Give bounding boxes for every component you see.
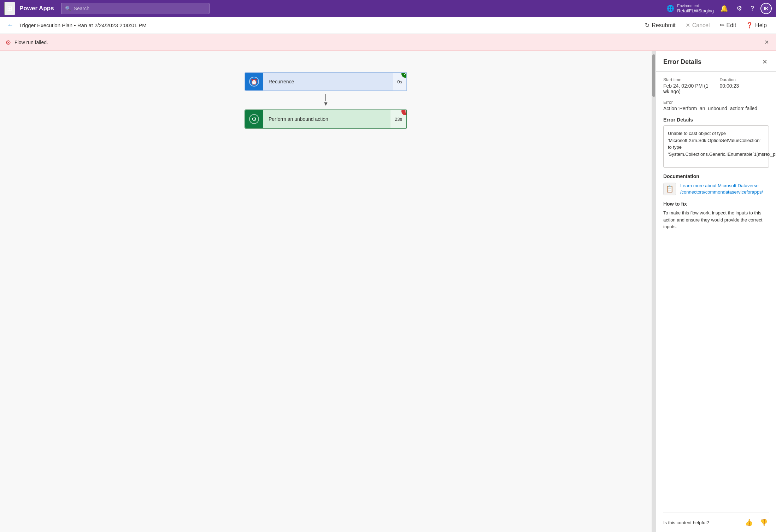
error-details-label: Error Details [663, 117, 769, 123]
cancel-icon: ✕ [686, 22, 690, 29]
page-title: Trigger Execution Plan • Ran at 2/24/202… [19, 22, 147, 28]
cancel-button[interactable]: ✕ Cancel [682, 20, 713, 31]
helpful-section: Is this content helpful? 👍 👎 [663, 513, 769, 532]
error-text-box: Unable to cast object of type 'Microsoft… [663, 125, 769, 168]
right-panel-title: Error Details [663, 58, 701, 66]
help-button[interactable]: ❓ Help [742, 20, 770, 31]
start-time-value: Feb 24, 02:00 PM (1 wk ago) [663, 83, 713, 94]
error-details-section: Error Details Unable to cast object of t… [663, 117, 769, 168]
edit-button[interactable]: ✏ Edit [716, 20, 740, 31]
settings-icon[interactable]: ⚙ [734, 2, 744, 14]
doc-link-text: Learn more about Microsoft Dataverse [680, 183, 763, 189]
helpful-text: Is this content helpful? [663, 520, 739, 525]
edit-icon: ✏ [720, 22, 724, 29]
thumbs-up-button[interactable]: 👍 [743, 517, 754, 528]
flow-nodes: ⏰ Recurrence 0s ✓ ▼ ⚙ Perform an unbou [234, 65, 418, 136]
topnav: ⊞ Power Apps 🔍 🌐 Environment RetailFLWSt… [0, 0, 776, 17]
thumbs-down-button[interactable]: 👎 [758, 517, 769, 528]
search-bar: 🔍 [61, 3, 210, 14]
notification-icon[interactable]: 🔔 [718, 2, 730, 14]
resubmit-icon: ↻ [645, 22, 649, 29]
start-time-col: Start time Feb 24, 02:00 PM (1 wk ago) [663, 77, 713, 94]
recurrence-label: Recurrence [263, 73, 393, 90]
grid-icon[interactable]: ⊞ [4, 2, 15, 15]
how-to-fix-text: To make this flow work, inspect the inpu… [663, 209, 769, 230]
back-button[interactable]: ← [6, 20, 15, 30]
documentation-section: Documentation 📋 Learn more about Microso… [663, 173, 769, 195]
app-logo: Power Apps [19, 5, 54, 12]
error-banner-close[interactable]: ✕ [763, 37, 770, 47]
start-time-label: Start time [663, 77, 713, 82]
main-content: ⏰ Recurrence 0s ✓ ▼ ⚙ Perform an unbou [0, 51, 776, 532]
flow-arrow: ▼ [323, 94, 329, 107]
duration-value: 00:00:23 [720, 83, 769, 89]
search-icon: 🔍 [65, 6, 71, 11]
subheader-actions: ↻ Resubmit ✕ Cancel ✏ Edit ❓ Help [641, 20, 770, 31]
avatar[interactable]: IK [760, 3, 772, 14]
action-icon: ⚙ [249, 114, 259, 124]
error-circle-icon: ⊗ [6, 39, 11, 46]
right-panel-close-button[interactable]: ✕ [761, 57, 769, 67]
globe-icon: 🌐 [666, 5, 674, 12]
action-label: Perform an unbound action [263, 110, 390, 128]
scroll-track[interactable] [652, 51, 656, 532]
help-icon[interactable]: ? [748, 3, 756, 14]
how-to-fix-section: How to fix To make this flow work, inspe… [663, 201, 769, 230]
recurrence-icon: ⏰ [249, 77, 259, 87]
recurrence-icon-area: ⏰ [245, 73, 263, 90]
recurrence-node[interactable]: ⏰ Recurrence 0s ✓ [245, 72, 407, 91]
error-banner: ⊗ Flow run failed. ✕ [0, 34, 776, 51]
resubmit-button[interactable]: ↻ Resubmit [641, 20, 679, 31]
action-node[interactable]: ⚙ Perform an unbound action 23s ! [245, 110, 407, 129]
duration-label: Duration [720, 77, 769, 82]
environment-selector[interactable]: 🌐 Environment RetailFLWStaging [666, 4, 714, 14]
right-panel-body: Start time Feb 24, 02:00 PM (1 wk ago) D… [656, 72, 776, 513]
error-row: Error Action 'Perform_an_unbound_action'… [663, 100, 769, 111]
start-duration-row: Start time Feb 24, 02:00 PM (1 wk ago) D… [663, 77, 769, 94]
scroll-thumb [652, 54, 655, 97]
right-panel-header: Error Details ✕ [656, 51, 776, 72]
subheader: ← Trigger Execution Plan • Ran at 2/24/2… [0, 17, 776, 34]
doc-link-url: /connectors/commondataserviceforapps/ [680, 189, 763, 195]
dataverse-icon: 📋 [663, 183, 676, 195]
action-icon-area: ⚙ [245, 110, 263, 128]
error-section-label: Error [663, 100, 769, 105]
search-input[interactable] [74, 6, 206, 11]
error-banner-text: Flow run failed. [14, 40, 759, 45]
documentation-label: Documentation [663, 173, 769, 179]
error-action-text: Action 'Perform_an_unbound_action' faile… [663, 106, 769, 111]
flow-canvas: ⏰ Recurrence 0s ✓ ▼ ⚙ Perform an unbou [0, 51, 652, 532]
how-to-fix-label: How to fix [663, 201, 769, 207]
canvas-with-scroll: ⏰ Recurrence 0s ✓ ▼ ⚙ Perform an unbou [0, 51, 656, 532]
right-panel: Error Details ✕ Start time Feb 24, 02:00… [656, 51, 776, 532]
doc-link[interactable]: 📋 Learn more about Microsoft Dataverse /… [663, 183, 769, 195]
duration-col: Duration 00:00:23 [720, 77, 769, 94]
help-circle-icon: ❓ [746, 22, 753, 29]
